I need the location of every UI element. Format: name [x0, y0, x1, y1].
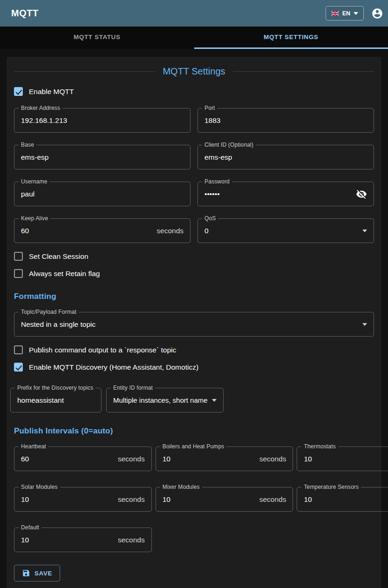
- field-label: Solar Modules: [19, 484, 60, 490]
- unit-label: seconds: [118, 495, 145, 504]
- app-bar: MQTT EN: [0, 0, 388, 27]
- thermostats-interval-field: Thermostats seconds: [297, 446, 388, 471]
- unit-label: seconds: [259, 455, 286, 463]
- checkbox-label[interactable]: Set Clean Session: [29, 252, 88, 261]
- discovery-prefix-input[interactable]: [17, 396, 95, 405]
- connection-fields: Broker Address Port Base Client ID (Opti…: [14, 108, 374, 243]
- save-button[interactable]: SAVE: [14, 565, 60, 581]
- tab-mqtt-settings[interactable]: MQTT SETTINGS: [194, 27, 388, 49]
- tab-mqtt-status[interactable]: MQTT STATUS: [0, 27, 194, 49]
- field-label: Base: [19, 142, 36, 148]
- field-label: Topic/Payload Format: [19, 309, 79, 315]
- solar-interval-field: Solar Modules seconds: [14, 487, 152, 512]
- checkbox-label[interactable]: Publish command output to a `response` t…: [29, 346, 176, 354]
- publish-intervals-heading: Publish Intervals (0=auto): [14, 426, 374, 436]
- publish-response-checkbox[interactable]: [14, 345, 23, 354]
- publish-interval-fields: Heartbeat seconds Boilers and Heat Pumps…: [14, 446, 374, 552]
- field-label: Port: [202, 105, 218, 111]
- temperature-interval-input[interactable]: [304, 495, 388, 504]
- field-label: Client ID (Optional): [202, 142, 256, 148]
- discovery-prefix-field: Prefix for the Discovery topics: [10, 388, 102, 412]
- enable-mqtt-checkbox[interactable]: [14, 87, 23, 96]
- chevron-down-icon: [362, 230, 367, 232]
- language-label: EN: [342, 10, 350, 17]
- field-label: Username: [19, 178, 50, 185]
- mixer-interval-input[interactable]: [163, 495, 256, 504]
- chevron-down-icon: [362, 323, 367, 326]
- publish-response-checkbox-row: Publish command output to a `response` t…: [14, 345, 374, 354]
- field-label: Heartbeat: [19, 443, 48, 450]
- appbar-actions: EN: [326, 6, 383, 20]
- topic-format-value: Nested in a single topic: [21, 320, 359, 329]
- checkbox-label[interactable]: Enable MQTT: [29, 88, 74, 96]
- settings-card: MQTT Settings Enable MQTT Broker Address…: [7, 57, 381, 588]
- qos-select[interactable]: QoS 0: [197, 218, 374, 243]
- field-label: QoS: [202, 215, 218, 222]
- topic-format-select[interactable]: Topic/Payload Format Nested in a single …: [14, 312, 374, 337]
- solar-interval-input[interactable]: [21, 495, 114, 504]
- base-input[interactable]: [21, 153, 184, 162]
- field-label: Broker Address: [19, 105, 62, 111]
- tab-label: MQTT STATUS: [74, 34, 121, 41]
- discovery-checkbox-row: Enable MQTT Discovery (Home Assistant, D…: [14, 363, 374, 372]
- unit-label: seconds: [157, 227, 184, 235]
- username-field: Username: [14, 182, 191, 206]
- page-title: MQTT: [11, 8, 39, 19]
- broker-address-field: Broker Address: [14, 108, 191, 133]
- unit-label: seconds: [118, 455, 145, 463]
- boilers-interval-input[interactable]: [163, 455, 256, 463]
- unit-label: seconds: [259, 495, 286, 504]
- heartbeat-interval-field: Heartbeat seconds: [14, 446, 152, 471]
- tab-bar: MQTT STATUS MQTT SETTINGS: [0, 27, 388, 49]
- save-icon: [22, 569, 30, 577]
- field-label: Thermostats: [301, 443, 338, 450]
- field-label: Temperature Sensors: [301, 484, 361, 490]
- password-field: Password: [197, 182, 374, 206]
- entity-id-format-select[interactable]: Entity ID format Multiple instances, sho…: [106, 388, 224, 412]
- field-label: Mixer Modules: [160, 484, 202, 490]
- checkbox-label[interactable]: Enable MQTT Discovery (Home Assistant, D…: [29, 363, 198, 372]
- port-field: Port: [197, 108, 374, 133]
- clean-session-checkbox-row: Set Clean Session: [14, 252, 374, 261]
- heartbeat-interval-input[interactable]: [21, 455, 114, 463]
- chevron-down-icon: [212, 399, 217, 402]
- password-input[interactable]: [204, 190, 352, 198]
- chevron-down-icon: [354, 12, 358, 15]
- checkbox-label[interactable]: Always set Retain flag: [29, 270, 100, 278]
- broker-address-input[interactable]: [21, 116, 184, 125]
- keep-alive-input[interactable]: [21, 227, 153, 235]
- field-label: Prefix for the Discovery topics: [15, 385, 95, 391]
- field-label: Boilers and Heat Pumps: [160, 443, 227, 450]
- clean-session-checkbox[interactable]: [14, 252, 23, 261]
- visibility-off-icon[interactable]: [356, 189, 367, 200]
- discovery-checkbox[interactable]: [14, 363, 23, 372]
- retain-flag-checkbox[interactable]: [14, 269, 23, 278]
- unit-label: seconds: [118, 536, 145, 544]
- field-label: Keep Alive: [19, 215, 50, 222]
- uk-flag-icon: [331, 11, 339, 16]
- keep-alive-field: Keep Alive seconds: [14, 218, 191, 243]
- client-id-field: Client ID (Optional): [197, 145, 374, 169]
- mixer-interval-field: Mixer Modules seconds: [156, 487, 293, 512]
- retain-flag-checkbox-row: Always set Retain flag: [14, 269, 374, 278]
- language-selector[interactable]: EN: [326, 6, 364, 20]
- username-input[interactable]: [21, 190, 184, 198]
- account-icon[interactable]: [371, 7, 383, 20]
- qos-value: 0: [204, 227, 359, 235]
- tab-label: MQTT SETTINGS: [264, 34, 318, 41]
- client-id-input[interactable]: [204, 153, 367, 162]
- formatting-heading: Formatting: [14, 292, 374, 301]
- port-input[interactable]: [204, 116, 367, 125]
- field-label: Password: [202, 178, 232, 185]
- save-button-label: SAVE: [34, 570, 52, 577]
- base-field: Base: [14, 145, 191, 169]
- field-label: Entity ID format: [111, 385, 155, 391]
- discovery-fields: Prefix for the Discovery topics Entity I…: [10, 388, 374, 412]
- entity-id-format-value: Multiple instances, short name: [113, 396, 208, 404]
- thermostats-interval-input[interactable]: [304, 455, 388, 463]
- boilers-interval-field: Boilers and Heat Pumps seconds: [156, 446, 293, 471]
- settings-section-title: MQTT Settings: [14, 66, 374, 77]
- enable-mqtt-checkbox-row: Enable MQTT: [14, 87, 374, 96]
- default-interval-field: Default seconds: [14, 527, 152, 552]
- default-interval-input[interactable]: [21, 536, 114, 544]
